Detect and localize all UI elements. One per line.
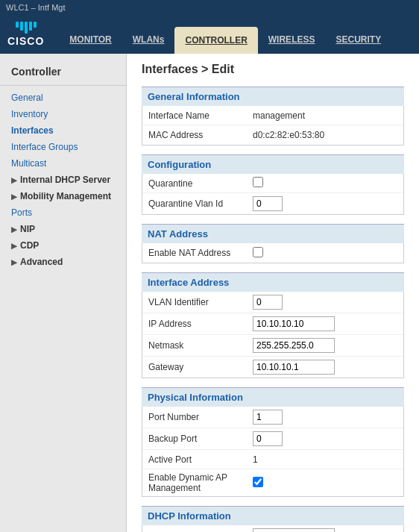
primary-dhcp-input[interactable] — [253, 528, 335, 532]
quarantine-checkbox[interactable] — [253, 177, 263, 187]
logo-bar-5 — [34, 22, 37, 28]
nav-menu: MONITOR WLANs CONTROLLER WIRELESS SECURI… — [59, 15, 391, 54]
nav-security[interactable]: SECURITY — [325, 27, 391, 54]
label-quarantine: Quarantine — [142, 175, 247, 192]
value-port-number — [247, 407, 403, 428]
label-ip-address: IP Address — [142, 316, 247, 332]
label-dynamic-ap: Enable Dynamic AP Management — [142, 469, 247, 496]
dhcp-arrow: ▶ — [11, 176, 17, 184]
dhcp-info-table: Primary DHCP Server — [142, 525, 404, 532]
label-netmask: Netmask — [142, 337, 247, 354]
nav-wireless[interactable]: WIRELESS — [258, 27, 326, 54]
row-active-port: Active Port 1 — [142, 450, 403, 469]
value-interface-name: management — [247, 107, 403, 124]
sidebar-item-dhcp[interactable]: ▶ Internal DHCP Server — [0, 172, 126, 188]
sidebar: Controller General Inventory Interfaces … — [0, 54, 127, 532]
row-dynamic-ap: Enable Dynamic AP Management — [142, 469, 403, 496]
logo-bar-2 — [20, 22, 23, 31]
logo: CISCO — [7, 22, 44, 47]
logo-bar-3 — [25, 22, 28, 34]
main-layout: Controller General Inventory Interfaces … — [0, 54, 419, 532]
value-quarantine — [247, 174, 403, 193]
config-table: Quarantine Quarantine Vlan Id — [142, 174, 404, 215]
general-info-table: Interface Name management MAC Address d0… — [142, 106, 404, 145]
row-ip-address: IP Address — [142, 313, 403, 335]
sidebar-item-interfaces[interactable]: Interfaces — [0, 122, 126, 139]
sidebar-item-advanced[interactable]: ▶ Advanced — [0, 254, 126, 270]
nat-checkbox[interactable] — [253, 247, 263, 257]
sidebar-item-multicast[interactable]: Multicast — [0, 155, 126, 172]
netmask-input[interactable] — [253, 338, 335, 353]
page-title: Interfaces > Edit — [142, 63, 404, 76]
advanced-arrow: ▶ — [11, 258, 17, 266]
logo-bars — [16, 22, 37, 34]
content: Interfaces > Edit General Information In… — [127, 54, 419, 532]
row-mac-address: MAC Address d0:c2:82:e0:53:80 — [142, 125, 403, 145]
row-netmask: Netmask — [142, 335, 403, 357]
sidebar-item-ports[interactable]: Ports — [0, 204, 126, 221]
label-vlan-id: VLAN Identifier — [142, 294, 247, 310]
title-bar-text: WLC1 – Intf Mgt — [6, 3, 65, 12]
row-vlan-id: VLAN Identifier — [142, 292, 403, 313]
label-nat: Enable NAT Address — [142, 245, 247, 261]
value-quarantine-vlan — [247, 193, 403, 214]
label-mac-address: MAC Address — [142, 127, 247, 143]
row-interface-name: Interface Name management — [142, 106, 403, 125]
header: CISCO MONITOR WLANs CONTROLLER WIRELESS … — [0, 15, 419, 54]
value-active-port: 1 — [247, 451, 403, 468]
port-number-input[interactable] — [253, 410, 283, 425]
sidebar-item-nip[interactable]: ▶ NIP — [0, 221, 126, 237]
nip-arrow: ▶ — [11, 225, 17, 234]
logo-bar-4 — [29, 22, 32, 31]
row-backup-port: Backup Port — [142, 428, 403, 450]
vlan-id-input[interactable] — [253, 295, 283, 310]
row-primary-dhcp: Primary DHCP Server — [142, 525, 403, 532]
value-vlan-id — [247, 292, 403, 313]
dhcp-info-header: DHCP Information — [142, 506, 404, 525]
label-backup-port: Backup Port — [142, 431, 247, 447]
row-nat: Enable NAT Address — [142, 243, 403, 263]
dynamic-ap-checkbox[interactable] — [253, 477, 263, 487]
sidebar-item-mobility[interactable]: ▶ Mobility Management — [0, 188, 126, 204]
row-port-number: Port Number — [142, 407, 403, 428]
label-primary-dhcp: Primary DHCP Server — [142, 528, 247, 532]
value-primary-dhcp — [247, 525, 403, 532]
value-mac-address: d0:c2:82:e0:53:80 — [247, 127, 403, 143]
label-port-number: Port Number — [142, 409, 247, 425]
cisco-logo: CISCO — [7, 35, 44, 47]
sidebar-item-cdp[interactable]: ▶ CDP — [0, 237, 126, 254]
label-quarantine-vlan: Quarantine Vlan Id — [142, 195, 247, 212]
interface-addr-table: VLAN Identifier IP Address Netmask Gatew… — [142, 292, 404, 378]
value-ip-address — [247, 313, 403, 334]
cdp-arrow: ▶ — [11, 242, 17, 250]
physical-info-table: Port Number Backup Port Active Port 1 En… — [142, 407, 404, 497]
mobility-arrow: ▶ — [11, 193, 17, 201]
ip-address-input[interactable] — [253, 316, 335, 331]
quarantine-vlan-input[interactable] — [253, 196, 283, 211]
nat-header: NAT Address — [142, 224, 404, 243]
gateway-input[interactable] — [253, 360, 335, 375]
nav-wlans[interactable]: WLANs — [122, 27, 175, 54]
general-info-header: General Information — [142, 87, 404, 106]
value-dynamic-ap — [247, 474, 403, 492]
sidebar-item-interface-groups[interactable]: Interface Groups — [0, 139, 126, 155]
title-bar: WLC1 – Intf Mgt — [0, 0, 419, 15]
value-gateway — [247, 357, 403, 378]
backup-port-input[interactable] — [253, 431, 283, 446]
row-quarantine-vlan: Quarantine Vlan Id — [142, 193, 403, 214]
sidebar-title: Controller — [0, 61, 126, 86]
nav-monitor[interactable]: MONITOR — [59, 27, 122, 54]
sidebar-item-general[interactable]: General — [0, 90, 126, 106]
nav-controller[interactable]: CONTROLLER — [174, 27, 257, 54]
label-interface-name: Interface Name — [142, 107, 247, 124]
config-header: Configuration — [142, 154, 404, 174]
nat-table: Enable NAT Address — [142, 243, 404, 263]
value-backup-port — [247, 428, 403, 449]
value-nat — [247, 244, 403, 263]
row-quarantine: Quarantine — [142, 174, 403, 193]
interface-addr-header: Interface Address — [142, 272, 404, 292]
physical-info-header: Physical Information — [142, 387, 404, 407]
row-gateway: Gateway — [142, 357, 403, 378]
value-netmask — [247, 335, 403, 356]
sidebar-item-inventory[interactable]: Inventory — [0, 106, 126, 122]
